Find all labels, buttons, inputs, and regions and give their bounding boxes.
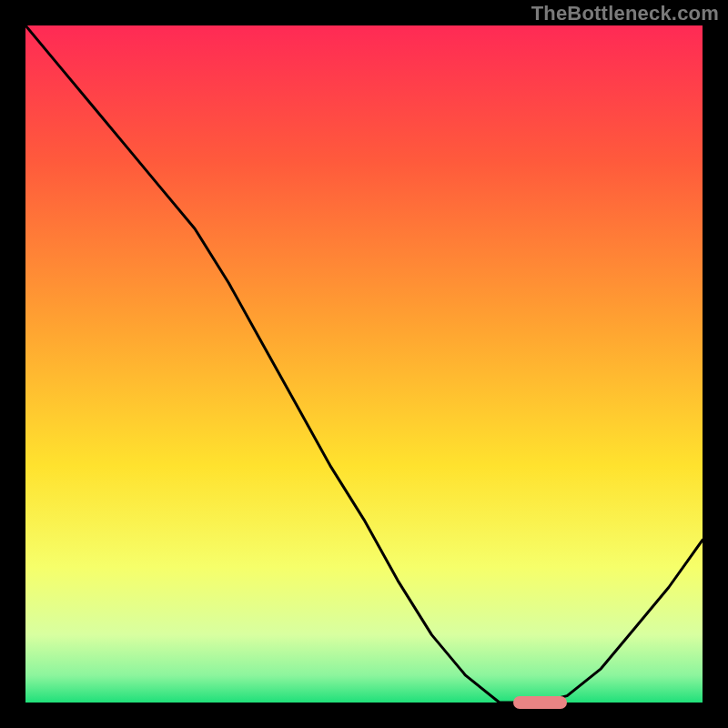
optimal-marker: [513, 696, 568, 709]
bottleneck-chart: [25, 25, 703, 703]
chart-frame: [25, 25, 703, 703]
watermark-text: TheBottleneck.com: [531, 2, 719, 25]
chart-background: [25, 25, 703, 703]
